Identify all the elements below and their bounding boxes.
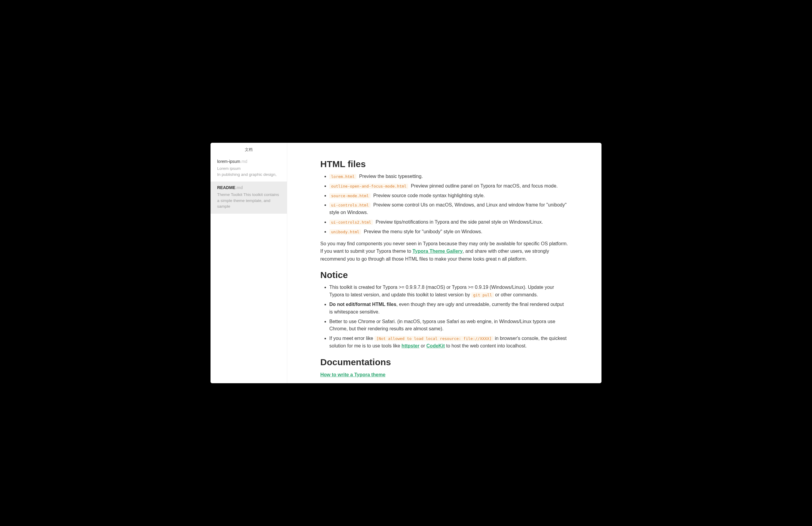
code-filename: outline-open-and-focus-mode.html — [329, 184, 408, 189]
list-text: Preview source code mode syntax highligh… — [373, 193, 485, 198]
list-item: lorem.html Preview the basic typesetting… — [329, 173, 568, 180]
code-filename: ui-controls2.html — [329, 220, 373, 225]
text: If you meet error like — [329, 336, 374, 341]
list-text: Preview tips/notifications in Typora and… — [376, 220, 543, 225]
code-inline: [Not allowed to load local resource: fil… — [374, 336, 494, 341]
list-item: Do not edit/format HTML files, even thou… — [329, 301, 568, 316]
link-httpster[interactable]: httpster — [402, 343, 420, 348]
list-text: Preview the basic typesetting. — [359, 174, 423, 179]
list-item: If you meet error like [Not allowed to l… — [329, 335, 568, 350]
file-item-lorem[interactable]: lorem-ipsum.md Lorem ipsum In publishing… — [211, 155, 287, 182]
sidebar-header: 文档 — [211, 143, 287, 155]
heading-notice: Notice — [320, 270, 568, 280]
text: to host the web content into localhost. — [445, 343, 526, 348]
editor-content[interactable]: HTML files lorem.html Preview the basic … — [287, 143, 601, 383]
file-title: lorem-ipsum.md — [217, 159, 280, 164]
text: or other commands. — [494, 292, 538, 297]
text: or — [420, 343, 426, 348]
file-item-readme[interactable]: README.md Theme Toolkit This toolkit con… — [211, 182, 287, 214]
code-filename: ui-controls.html — [329, 202, 371, 208]
code-filename: lorem.html — [329, 174, 357, 179]
list-text: Preview the menu style for "unibody" sty… — [364, 229, 482, 234]
doc-link[interactable]: How to write a Typora theme — [320, 372, 386, 377]
code-filename: unibody.html — [329, 229, 361, 235]
file-ext: .md — [240, 159, 247, 164]
file-name: README — [217, 185, 235, 190]
list-item: unibody.html Preview the menu style for … — [329, 228, 568, 236]
list-item: ui-controls2.html Preview tips/notificat… — [329, 219, 568, 226]
sidebar: 文档 lorem-ipsum.md Lorem ipsum In publish… — [211, 143, 287, 383]
list-text: Preview pinned outline panel on Typora f… — [411, 183, 557, 189]
list-item: Better to use Chrome or Safari. (in macO… — [329, 318, 568, 333]
file-name: lorem-ipsum — [217, 159, 240, 164]
list-item: This toolkit is created for Typora >= 0.… — [329, 284, 568, 299]
link-theme-gallery[interactable]: Typora Theme Gallery — [412, 249, 463, 254]
doc-links: How to write a Typora theme Typora Theme… — [320, 371, 568, 383]
file-preview: Theme Toolkit This toolkit contains a si… — [217, 192, 280, 210]
app-window: 文档 lorem-ipsum.md Lorem ipsum In publish… — [211, 143, 601, 383]
paragraph-submit: So you may find components you never see… — [320, 240, 568, 263]
file-preview: Lorem ipsum In publishing and graphic de… — [217, 166, 280, 177]
list-item: ui-controls.html Preview some control UI… — [329, 201, 568, 216]
html-files-list: lorem.html Preview the basic typesetting… — [320, 173, 568, 236]
text: Better to use Chrome or Safari. (in macO… — [329, 319, 555, 332]
bold-text: Do not edit/format HTML files — [329, 302, 396, 307]
file-title: README.md — [217, 185, 280, 190]
code-inline: git pull — [471, 292, 494, 298]
list-item: source-mode.html Preview source code mod… — [329, 192, 568, 199]
heading-documentations: Documentations — [320, 357, 568, 367]
code-filename: source-mode.html — [329, 193, 371, 198]
file-ext: .md — [235, 185, 243, 190]
link-codekit[interactable]: CodeKit — [426, 343, 445, 348]
doc-link[interactable]: Typora Theme Gallery — [320, 382, 371, 383]
heading-html-files: HTML files — [320, 159, 568, 169]
notice-list: This toolkit is created for Typora >= 0.… — [320, 284, 568, 349]
list-item: outline-open-and-focus-mode.html Preview… — [329, 182, 568, 190]
